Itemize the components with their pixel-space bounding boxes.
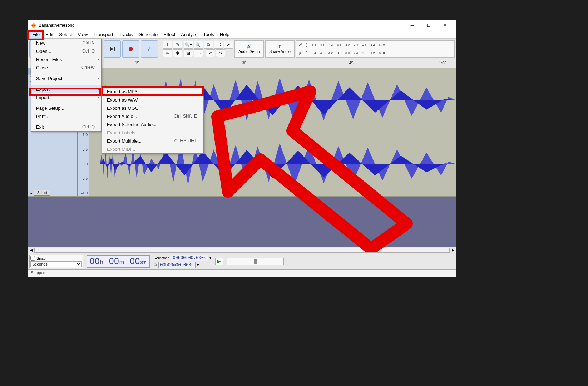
file-menu-item[interactable]: Recent Files (31, 55, 101, 64)
file-menu-item[interactable]: Page Setup... (31, 104, 101, 112)
selection-start-time[interactable]: 00h00m00.000s (171, 255, 208, 261)
track-select-button[interactable]: Select (34, 190, 50, 196)
zoom-out-icon[interactable]: 🔍- (194, 41, 203, 49)
export-menu-item[interactable]: Export as WAV (102, 96, 203, 104)
selection-toolbar: Snap Seconds 00h 00m 00s▾ Selection 00h0… (28, 253, 456, 269)
snap-box: Snap Seconds (29, 255, 83, 268)
window-title: Bananathemesong (39, 23, 404, 28)
menu-analyze[interactable]: Analyze (178, 31, 200, 38)
record-button[interactable] (122, 40, 139, 58)
app-icon (31, 23, 36, 28)
ruler-tick: 1:00 (439, 61, 446, 65)
draw-tool-icon[interactable]: ✏ (163, 49, 172, 57)
speaker-icon: 🔊 (247, 44, 252, 49)
file-menu-item[interactable]: Export (31, 85, 101, 93)
status-text: Stopped. (31, 271, 46, 275)
trim-icon[interactable]: ⊟ (184, 49, 193, 57)
menu-generate[interactable]: Generate (135, 31, 160, 38)
app-window: Bananathemesong ─ ☐ ✕ File Edit Select V… (28, 20, 456, 277)
zoom-toggle-icon[interactable]: ⤢ (224, 41, 233, 49)
file-menu-item[interactable]: Print... (31, 112, 101, 120)
menu-file[interactable]: File (29, 31, 43, 38)
menu-effect[interactable]: Effect (160, 31, 178, 38)
file-menu-dropdown: NewCtrl+NOpen...Ctrl+ORecent FilesCloseC… (31, 39, 102, 132)
file-menu-item[interactable]: Save Project (31, 74, 101, 83)
titlebar: Bananathemesong ─ ☐ ✕ (28, 20, 456, 31)
menu-tools[interactable]: Tools (201, 31, 217, 38)
mic-icon[interactable]: 🎤 (296, 41, 305, 49)
playback-speed-slider[interactable] (227, 258, 284, 265)
horizontal-scrollbar[interactable]: ◀ ▶ (28, 247, 456, 253)
selection-tool-icon[interactable]: I (163, 41, 172, 49)
scroll-left-icon[interactable]: ◀ (28, 247, 34, 253)
ruler-tick: 15 (135, 61, 139, 65)
loop-button[interactable] (141, 40, 158, 58)
export-menu-item[interactable]: Export Selected Audio... (102, 120, 203, 129)
zoom-in-icon[interactable]: 🔍+ (184, 41, 193, 49)
silence-icon[interactable]: ▭ (194, 49, 203, 57)
scroll-right-icon[interactable]: ▶ (450, 247, 456, 253)
envelope-tool-icon[interactable]: ✎ (173, 41, 182, 49)
close-button[interactable]: ✕ (437, 20, 453, 31)
selection-box: Selection 00h00m00.000s▾ ⚙ 00h00m00.000s… (153, 255, 212, 268)
export-menu-item[interactable]: Export as MP3 (102, 88, 203, 96)
gear-icon[interactable]: ⚙ (153, 263, 157, 267)
amplitude-axis: 1.00.50.0-0.5-1.0 (78, 132, 89, 196)
file-menu-item[interactable]: Import (31, 93, 101, 102)
record-meter-scale[interactable]: -54 -48 -42 -36 -30 -24 -18 -12 -6 0 (308, 43, 454, 46)
multi-tool-icon[interactable]: ✱ (173, 49, 182, 57)
menu-select[interactable]: Select (56, 31, 75, 38)
zoom-palette: 🔍+ 🔍- ⧉ ⛶ ⤢ ⊟ ▭ ↶ ↷ (184, 41, 233, 57)
file-menu-item[interactable]: Open...Ctrl+O (31, 47, 101, 55)
file-menu-item[interactable]: NewCtrl+N (31, 39, 101, 47)
menu-edit[interactable]: Edit (43, 31, 56, 38)
export-menu-item[interactable]: Export Multiple...Ctrl+Shift+L (102, 137, 203, 145)
status-bar: Stopped. (28, 269, 456, 277)
tool-palette: I ✎ ✏ ✱ (163, 41, 182, 57)
ruler-tick: 45 (349, 61, 354, 65)
level-meters: 🎤 LR -54 -48 -42 -36 -30 -24 -18 -12 -6 … (296, 40, 455, 58)
menu-transport[interactable]: Transport (90, 31, 116, 38)
audio-setup-button[interactable]: 🔊 Audio Setup (234, 40, 264, 58)
playback-meter-scale[interactable]: -54 -48 -42 -36 -30 -24 -18 -12 -6 0 (308, 51, 454, 55)
selection-end-time[interactable]: 00h00m00.000s (158, 262, 196, 268)
maximize-button[interactable]: ☐ (420, 20, 437, 31)
zoom-fit-icon[interactable]: ⛶ (214, 41, 223, 49)
svg-marker-7 (110, 47, 113, 51)
redo-icon[interactable]: ↷ (216, 49, 225, 57)
export-menu-item[interactable]: Export as OGG (102, 104, 203, 112)
export-menu-item: Export MIDI... (102, 145, 203, 153)
ruler-tick: 30 (242, 61, 246, 65)
snap-checkbox[interactable] (30, 256, 35, 261)
menu-tracks[interactable]: Tracks (116, 31, 136, 38)
scroll-track[interactable] (34, 248, 450, 253)
export-menu-item[interactable]: Export Audio...Ctrl+Shift+E (102, 112, 203, 120)
svg-point-9 (129, 47, 133, 51)
playback-speaker-icon[interactable]: 🔈 (296, 49, 305, 57)
file-menu-item[interactable]: CloseCtrl+W (31, 64, 101, 72)
share-audio-button[interactable]: ⇧ Share Audio (265, 40, 295, 58)
minimize-button[interactable]: ─ (404, 20, 420, 31)
file-menu-item[interactable]: ExitCtrl+Q (31, 123, 101, 131)
skip-end-button[interactable] (104, 40, 121, 58)
export-menu-item: Export Labels... (102, 129, 203, 137)
selection-label: Selection (153, 256, 169, 260)
menu-bar: File Edit Select View Transport Tracks G… (28, 31, 456, 39)
collapse-icon[interactable]: ▲ (30, 191, 33, 195)
menu-view[interactable]: View (75, 31, 91, 38)
time-display[interactable]: 00h 00m 00s▾ (87, 255, 150, 268)
zoom-fit-sel-icon[interactable]: ⧉ (204, 41, 213, 49)
undo-icon[interactable]: ↶ (206, 49, 215, 57)
export-submenu-dropdown: Export as MP3Export as WAVExport as OGGE… (102, 87, 204, 154)
menu-help[interactable]: Help (217, 31, 232, 38)
svg-rect-8 (114, 47, 115, 51)
svg-marker-12 (217, 260, 221, 263)
play-at-speed-button[interactable] (215, 258, 223, 265)
share-icon: ⇧ (278, 44, 281, 49)
snap-units-select[interactable]: Seconds (30, 261, 82, 267)
